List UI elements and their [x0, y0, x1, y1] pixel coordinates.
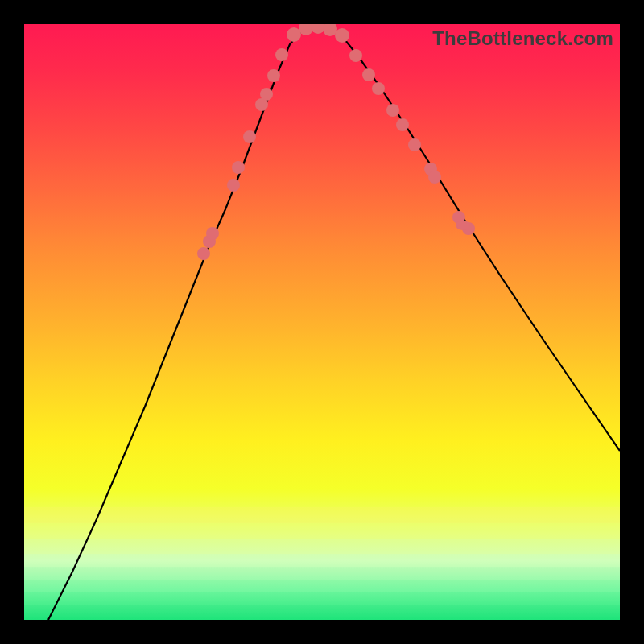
data-point — [232, 161, 245, 174]
data-point — [267, 69, 280, 82]
data-point — [362, 68, 375, 81]
data-point — [335, 28, 349, 43]
markers-bottom — [287, 24, 349, 43]
data-point — [206, 227, 219, 240]
watermark-text: TheBottleneck.com — [432, 27, 613, 50]
data-point — [287, 27, 301, 42]
data-point — [372, 82, 385, 95]
data-point — [203, 235, 216, 248]
data-point — [323, 24, 337, 36]
data-point — [428, 171, 441, 184]
markers-right — [349, 49, 475, 235]
data-smear — [456, 221, 470, 230]
data-point — [462, 222, 475, 235]
data-point — [349, 49, 362, 62]
data-point — [299, 24, 313, 35]
curve-layer — [24, 24, 620, 620]
marker-smear — [456, 221, 470, 230]
data-point — [260, 88, 273, 101]
data-point — [386, 104, 399, 117]
chart-outer-frame: TheBottleneck.com — [0, 0, 644, 644]
data-point — [243, 130, 256, 143]
data-point — [197, 247, 210, 260]
data-point — [408, 138, 421, 151]
data-point — [255, 98, 268, 111]
data-point — [424, 163, 437, 175]
data-point — [275, 48, 288, 61]
data-point — [396, 118, 409, 131]
chart-plot-area: TheBottleneck.com — [24, 24, 620, 620]
bottleneck-curve — [48, 24, 620, 620]
data-point — [227, 179, 240, 192]
data-point — [311, 24, 325, 34]
markers-left — [197, 48, 288, 260]
gradient-band-overlay — [24, 507, 620, 620]
data-point — [452, 211, 465, 224]
